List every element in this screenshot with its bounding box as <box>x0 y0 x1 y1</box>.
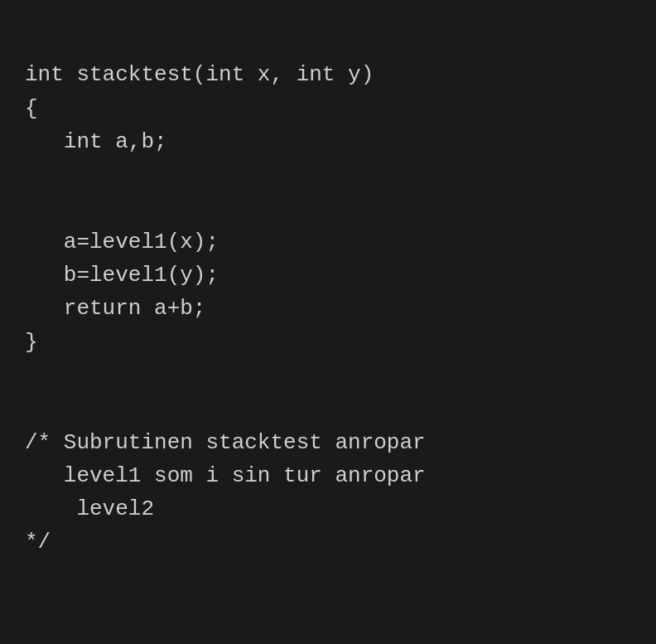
code-line: a=level1(x); <box>25 225 631 259</box>
code-line <box>25 392 631 425</box>
code-line: level2 <box>25 492 631 525</box>
code-line: /* Subrutinen stacktest anropar <box>25 426 631 459</box>
code-line: int stacktest(int x, int y) <box>25 58 631 91</box>
code-line: b=level1(y); <box>25 259 631 292</box>
code-line: int a,b; <box>25 125 631 158</box>
code-viewer: int stacktest(int x, int y){ int a,b; a=… <box>0 0 656 644</box>
code-line: level1 som i sin tur anropar <box>25 459 631 492</box>
code-line <box>25 359 631 392</box>
code-line: */ <box>25 525 631 559</box>
code-line: } <box>25 326 631 359</box>
code-line: { <box>25 92 631 125</box>
code-line <box>25 191 631 225</box>
code-line <box>25 158 631 191</box>
code-line: return a+b; <box>25 292 631 325</box>
